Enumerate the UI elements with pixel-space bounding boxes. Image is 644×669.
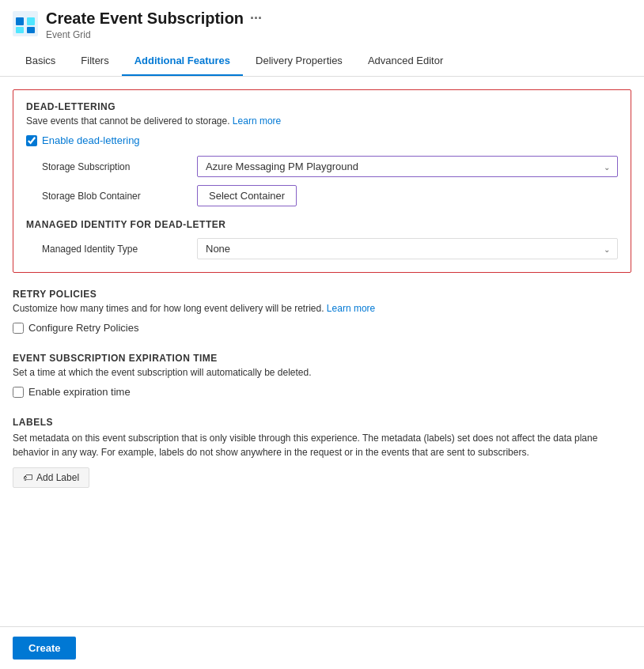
svg-rect-4: [27, 27, 35, 33]
expiration-section: EVENT SUBSCRIPTION EXPIRATION TIME Set a…: [13, 353, 631, 398]
managed-identity-form: Managed Identity Type None System Assign…: [42, 238, 618, 259]
enable-dead-lettering-row: Enable dead-lettering: [26, 134, 618, 146]
tab-additional-features[interactable]: Additional Features: [122, 47, 243, 76]
dead-letter-form: Storage Subscription Azure Messaging PM …: [42, 156, 618, 206]
add-label-button[interactable]: 🏷 Add Label: [13, 467, 89, 488]
storage-subscription-wrapper: Azure Messaging PM Playground ⌄: [197, 156, 618, 177]
configure-retry-checkbox[interactable]: [13, 323, 24, 334]
managed-identity-type-label: Managed Identity Type: [42, 244, 184, 255]
nav-tabs: Basics Filters Additional Features Deliv…: [0, 47, 644, 77]
managed-identity-type-select[interactable]: None System Assigned User Assigned: [197, 238, 618, 259]
enable-expiration-checkbox[interactable]: [13, 387, 24, 398]
expiration-title: EVENT SUBSCRIPTION EXPIRATION TIME: [13, 353, 631, 364]
tab-advanced-editor[interactable]: Advanced Editor: [355, 47, 456, 76]
dead-letter-learn-more[interactable]: Learn more: [233, 115, 281, 127]
enable-expiration-label[interactable]: Enable expiration time: [28, 386, 131, 398]
managed-identity-title: MANAGED IDENTITY FOR DEAD-LETTER: [26, 219, 618, 230]
expiration-desc: Set a time at which the event subscripti…: [13, 367, 631, 378]
create-button[interactable]: Create: [13, 637, 76, 660]
configure-retry-label[interactable]: Configure Retry Policies: [28, 322, 138, 334]
add-label-icon: 🏷: [23, 472, 32, 483]
tab-basics[interactable]: Basics: [13, 47, 68, 76]
enable-dead-lettering-label[interactable]: Enable dead-lettering: [42, 134, 140, 146]
dead-letter-desc: Save events that cannot be delivered to …: [26, 115, 618, 127]
main-content: DEAD-LETTERING Save events that cannot b…: [0, 77, 644, 562]
title-text: Create Event Subscription: [46, 9, 244, 28]
dead-letter-title: DEAD-LETTERING: [26, 101, 618, 112]
footer-bar: Create: [0, 626, 644, 669]
event-grid-icon: [13, 11, 38, 36]
more-options-icon[interactable]: ···: [250, 10, 262, 27]
enable-expiration-row: Enable expiration time: [13, 386, 631, 398]
page-header: Create Event Subscription ··· Event Grid: [0, 0, 644, 47]
labels-desc: Set metadata on this event subscription …: [13, 431, 631, 459]
labels-section: LABELS Set metadata on this event subscr…: [13, 417, 631, 488]
managed-identity-section: MANAGED IDENTITY FOR DEAD-LETTER Managed…: [26, 219, 618, 259]
tab-filters[interactable]: Filters: [68, 47, 121, 76]
retry-policies-section: RETRY POLICIES Customize how many times …: [13, 289, 631, 334]
dead-letter-section: DEAD-LETTERING Save events that cannot b…: [13, 89, 631, 273]
retry-policies-desc: Customize how many times and for how lon…: [13, 303, 631, 314]
page-subtitle: Event Grid: [46, 29, 262, 40]
configure-retry-row: Configure Retry Policies: [13, 322, 631, 334]
storage-subscription-label: Storage Subscription: [42, 161, 184, 172]
storage-subscription-select[interactable]: Azure Messaging PM Playground: [197, 156, 618, 177]
labels-title: LABELS: [13, 417, 631, 428]
storage-blob-container-label: Storage Blob Container: [42, 191, 184, 202]
add-label-text: Add Label: [36, 472, 79, 483]
select-container-button[interactable]: Select Container: [197, 185, 297, 206]
tab-delivery-properties[interactable]: Delivery Properties: [243, 47, 355, 76]
retry-policies-title: RETRY POLICIES: [13, 289, 631, 300]
enable-dead-lettering-checkbox[interactable]: [26, 135, 37, 146]
svg-rect-1: [16, 17, 24, 25]
header-text-block: Create Event Subscription ··· Event Grid: [46, 9, 262, 40]
storage-blob-container-wrapper: Select Container: [197, 185, 618, 206]
svg-rect-3: [16, 27, 24, 33]
managed-identity-type-wrapper: None System Assigned User Assigned ⌄: [197, 238, 618, 259]
svg-rect-2: [27, 17, 35, 25]
retry-policies-learn-more[interactable]: Learn more: [327, 303, 375, 314]
page-title: Create Event Subscription ···: [46, 9, 262, 28]
